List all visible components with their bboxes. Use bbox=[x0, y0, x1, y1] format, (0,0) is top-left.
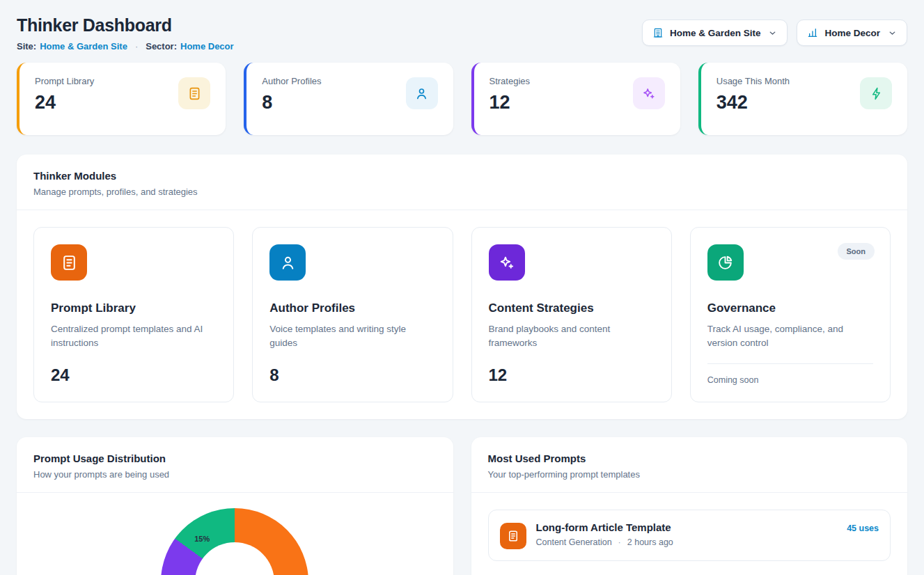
usage-distribution-panel: Prompt Usage Distribution How your promp… bbox=[17, 437, 453, 575]
module-title: Prompt Library bbox=[51, 301, 217, 315]
prompts-panel-header: Most Used Prompts Your top-performing pr… bbox=[471, 437, 908, 493]
section-subtitle: Manage prompts, profiles, and strategies bbox=[33, 187, 891, 197]
person-icon bbox=[406, 77, 438, 109]
sector-selector-label: Home Decor bbox=[824, 28, 880, 38]
header-selectors: Home & Garden Site Home Decor bbox=[642, 19, 907, 46]
person-icon bbox=[269, 244, 306, 281]
module-title: Author Profiles bbox=[269, 301, 435, 315]
stat-value: 12 bbox=[490, 92, 531, 113]
stats-row: Prompt Library 24 Author Profiles 8 bbox=[17, 63, 907, 135]
usage-chart-area: 15% bbox=[17, 493, 453, 575]
prompt-item-uses-badge: 45 uses bbox=[847, 523, 879, 533]
page-title: Thinker Dashboard bbox=[17, 15, 234, 36]
prompt-item-time: 2 hours ago bbox=[627, 537, 673, 547]
module-description: Centralized prompt templates and AI inst… bbox=[51, 322, 217, 351]
document-icon bbox=[178, 77, 210, 109]
module-description: Brand playbooks and content frameworks bbox=[489, 322, 655, 351]
panel-title: Most Used Prompts bbox=[488, 452, 891, 464]
sparkle-star-icon bbox=[489, 244, 525, 281]
stat-card-usage-this-month: Usage This Month 342 bbox=[698, 63, 907, 135]
site-label: Site: bbox=[17, 41, 36, 52]
chevron-down-icon bbox=[768, 29, 777, 38]
bottom-panels: Prompt Usage Distribution How your promp… bbox=[17, 437, 907, 575]
stat-label: Author Profiles bbox=[262, 76, 321, 86]
usage-panel-header: Prompt Usage Distribution How your promp… bbox=[17, 437, 453, 493]
prompts-list: Long-form Article Template Content Gener… bbox=[471, 493, 908, 575]
breadcrumb-separator: · bbox=[135, 41, 138, 52]
coming-soon-text: Coming soon bbox=[707, 363, 873, 385]
sector-selector-dropdown[interactable]: Home Decor bbox=[797, 19, 907, 46]
stat-value: 8 bbox=[262, 92, 321, 113]
stat-text: Usage This Month 342 bbox=[717, 76, 790, 113]
panel-subtitle: Your top-performing prompt templates bbox=[488, 469, 891, 480]
section-title: Thinker Modules bbox=[33, 170, 891, 182]
module-card-author-profiles[interactable]: Author Profiles Voice templates and writ… bbox=[252, 227, 453, 402]
module-count: 12 bbox=[489, 365, 655, 385]
modules-grid: Prompt Library Centralized prompt templa… bbox=[17, 210, 907, 419]
module-title: Content Strategies bbox=[489, 301, 655, 315]
module-description: Voice templates and writing style guides bbox=[269, 322, 435, 351]
thinker-modules-section: Thinker Modules Manage prompts, profiles… bbox=[17, 155, 907, 419]
module-description: Track AI usage, compliance, and version … bbox=[707, 322, 873, 351]
modules-section-header: Thinker Modules Manage prompts, profiles… bbox=[17, 155, 907, 210]
module-count: 24 bbox=[51, 365, 217, 385]
sector-link[interactable]: Home Decor bbox=[180, 41, 234, 52]
module-card-governance[interactable]: Soon Governance Track AI usage, complian… bbox=[690, 227, 891, 402]
sparkle-star-icon bbox=[633, 77, 665, 109]
site-selector-dropdown[interactable]: Home & Garden Site bbox=[642, 19, 788, 46]
stat-card-author-profiles: Author Profiles 8 bbox=[244, 63, 453, 135]
stat-label: Usage This Month bbox=[717, 76, 790, 86]
usage-donut-chart bbox=[161, 508, 308, 575]
sector-label: Sector: bbox=[146, 41, 177, 52]
header: Thinker Dashboard Site: Home & Garden Si… bbox=[17, 15, 907, 52]
soon-badge: Soon bbox=[838, 243, 875, 260]
module-title: Governance bbox=[707, 301, 873, 315]
header-left: Thinker Dashboard Site: Home & Garden Si… bbox=[17, 15, 234, 52]
prompt-item-meta: Content Generation · 2 hours ago bbox=[536, 537, 673, 547]
stat-label: Prompt Library bbox=[35, 76, 94, 86]
prompt-item-text: Long-form Article Template Content Gener… bbox=[536, 521, 673, 547]
stat-card-strategies: Strategies 12 bbox=[471, 63, 680, 135]
panel-title: Prompt Usage Distribution bbox=[33, 452, 437, 464]
stat-value: 24 bbox=[35, 92, 94, 113]
stat-text: Author Profiles 8 bbox=[262, 76, 321, 113]
most-used-prompts-panel: Most Used Prompts Your top-performing pr… bbox=[471, 437, 908, 575]
bar-chart-icon bbox=[807, 27, 818, 38]
building-icon bbox=[652, 27, 664, 38]
stat-card-prompt-library: Prompt Library 24 bbox=[17, 63, 226, 135]
pie-chart-icon bbox=[707, 244, 744, 281]
stat-text: Strategies 12 bbox=[490, 76, 531, 113]
document-icon bbox=[500, 523, 526, 549]
thinker-dashboard-page: Thinker Dashboard Site: Home & Garden Si… bbox=[0, 0, 924, 575]
module-card-content-strategies[interactable]: Content Strategies Brand playbooks and c… bbox=[471, 227, 672, 402]
stat-value: 342 bbox=[717, 92, 790, 113]
meta-separator: · bbox=[618, 537, 621, 547]
document-icon bbox=[51, 244, 87, 281]
stat-label: Strategies bbox=[490, 76, 531, 86]
stat-text: Prompt Library 24 bbox=[35, 76, 94, 113]
site-link[interactable]: Home & Garden Site bbox=[40, 41, 127, 52]
prompt-item-category: Content Generation bbox=[536, 537, 612, 547]
breadcrumb: Site: Home & Garden Site · Sector: Home … bbox=[17, 41, 234, 52]
chevron-down-icon bbox=[888, 29, 897, 38]
site-selector-label: Home & Garden Site bbox=[670, 28, 761, 38]
donut-segment-label: 15% bbox=[194, 535, 210, 543]
module-count: 8 bbox=[269, 365, 435, 385]
prompt-item-title: Long-form Article Template bbox=[536, 521, 673, 533]
module-card-prompt-library[interactable]: Prompt Library Centralized prompt templa… bbox=[33, 227, 234, 402]
lightning-bolt-icon bbox=[860, 77, 892, 109]
panel-subtitle: How your prompts are being used bbox=[33, 469, 437, 480]
prompt-list-item[interactable]: Long-form Article Template Content Gener… bbox=[488, 510, 891, 561]
